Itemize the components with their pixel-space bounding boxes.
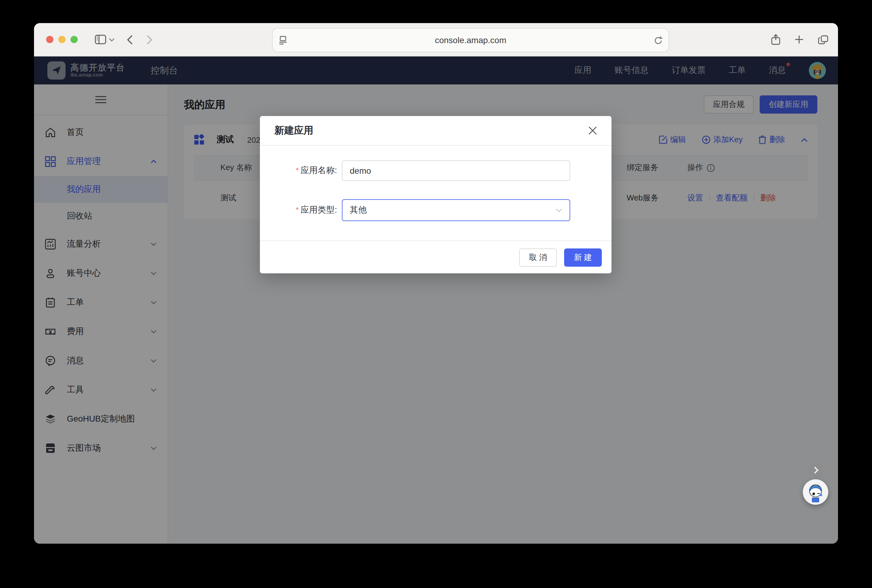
traffic-lights bbox=[46, 36, 78, 43]
confirm-create-button[interactable]: 新 建 bbox=[564, 248, 602, 266]
web-page: 高德开放平台 lbs.amap.com 控制台 应用 账号信息 订单发票 工单 … bbox=[34, 57, 838, 544]
browser-back-button[interactable] bbox=[127, 34, 133, 45]
app-type-label: *应用类型: bbox=[260, 205, 337, 216]
share-icon[interactable] bbox=[771, 34, 780, 45]
modal-title: 新建应用 bbox=[274, 124, 313, 137]
chevron-right-circle-button[interactable] bbox=[808, 462, 824, 478]
select-chevron-down-icon bbox=[556, 208, 562, 212]
close-icon[interactable] bbox=[589, 126, 597, 135]
tab-overview-icon[interactable] bbox=[818, 35, 828, 44]
sidebar-menu-chevron-icon[interactable] bbox=[109, 38, 115, 42]
create-app-modal: 新建应用 *应用名称: *应用类型: 其他 bbox=[260, 116, 611, 273]
cancel-button[interactable]: 取 消 bbox=[519, 248, 557, 266]
app-name-label: *应用名称: bbox=[260, 165, 337, 176]
close-window-button[interactable] bbox=[46, 36, 54, 43]
screen: console.amap.com bbox=[0, 0, 872, 588]
new-tab-icon[interactable] bbox=[795, 35, 803, 44]
zoom-window-button[interactable] bbox=[70, 36, 78, 43]
reload-icon[interactable] bbox=[654, 36, 662, 45]
reader-view-icon[interactable] bbox=[279, 36, 287, 45]
browser-forward-button[interactable] bbox=[146, 34, 153, 45]
app-name-input[interactable] bbox=[342, 160, 570, 181]
app-type-value: 其他 bbox=[350, 205, 367, 216]
url-text: console.amap.com bbox=[287, 35, 654, 45]
minimize-window-button[interactable] bbox=[58, 36, 66, 43]
app-type-select[interactable]: 其他 bbox=[342, 199, 570, 221]
browser-window: console.amap.com bbox=[34, 23, 838, 544]
customer-service-mascot[interactable] bbox=[803, 479, 828, 505]
browser-toolbar: console.amap.com bbox=[34, 23, 838, 57]
address-bar[interactable]: console.amap.com bbox=[272, 28, 669, 52]
browser-sidebar-toggle-icon[interactable] bbox=[95, 34, 106, 44]
